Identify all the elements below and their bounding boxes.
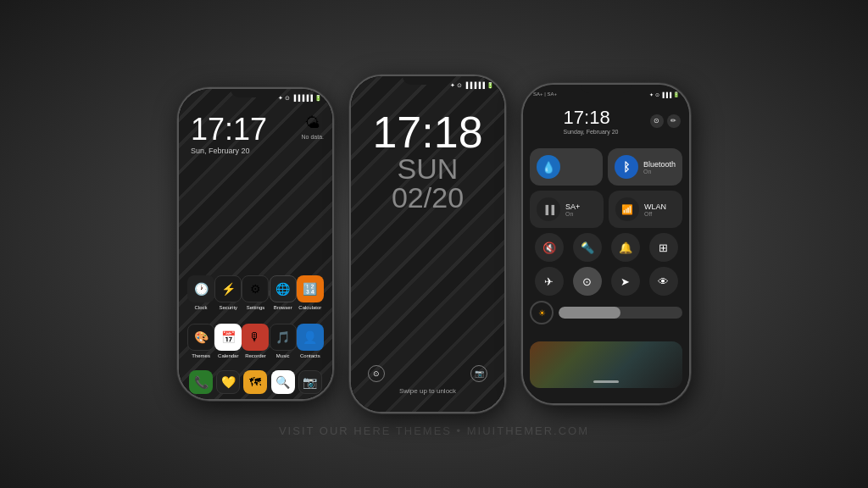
notch-2 <box>403 76 453 85</box>
wlan-text: WLAN Off <box>644 202 666 217</box>
lock-bottom-area: ⊙ 📷 Swipe up to unlock <box>351 365 504 395</box>
app-label-settings: Settings <box>247 305 265 310</box>
dock-wallet[interactable]: 💛 <box>216 370 240 394</box>
brightness-icon: ☀ <box>530 301 554 324</box>
sa-text: SA+ On <box>565 202 580 217</box>
tile-water[interactable]: 💧 <box>530 148 603 186</box>
app-icon-calendar: 📅 <box>214 324 242 351</box>
control-edit-icon[interactable]: ✏ <box>667 114 681 128</box>
app-icon-clock: 🕐 <box>187 275 214 302</box>
tiles-row-1: 💧 ᛒ Bluetooth On <box>530 148 682 186</box>
bluetooth-text: Bluetooth On <box>643 160 676 175</box>
app-label-contacts: Contacts <box>300 353 320 358</box>
app-browser[interactable]: 🌐 Browser <box>270 275 297 310</box>
control-tiles: 💧 ᛒ Bluetooth On ▐▐ SA+ On <box>530 148 682 324</box>
dock-icon-camera: 📷 <box>298 370 322 394</box>
tile-bluetooth[interactable]: ᛒ Bluetooth On <box>608 148 682 186</box>
app-icon-browser: 🌐 <box>270 275 297 302</box>
app-label-music: Music <box>276 353 290 358</box>
bluetooth-title: Bluetooth <box>643 160 676 169</box>
toggle-location[interactable]: ➤ <box>611 267 640 296</box>
dock-phone[interactable]: 📞 <box>189 370 213 394</box>
home-time-widget: 17:17 Sun, February 20 <box>191 114 267 155</box>
dock-maps[interactable]: 🗺 <box>243 370 267 394</box>
app-settings[interactable]: ⚙ Settings <box>242 275 269 310</box>
lock-icon-right[interactable]: 📷 <box>470 365 487 382</box>
control-settings-icon[interactable]: ⊙ <box>650 114 664 128</box>
music-handle <box>593 380 619 383</box>
app-recorder[interactable]: 🎙 Recorder <box>242 324 269 358</box>
app-icon-themes: 🎨 <box>187 324 214 351</box>
app-icon-contacts: 👤 <box>297 324 324 351</box>
toggle-airplane[interactable]: ✈ <box>535 267 564 296</box>
control-header: 17:18 Sunday, February 20 ⊙ ✏ <box>523 103 689 138</box>
phone-2: ✦ ⊙ ▐▐▐▐▐ 🔋 17:18 SUN 02/20 ⊙ 📷 Swipe up… <box>349 75 506 413</box>
wlan-title: WLAN <box>644 202 666 211</box>
app-icon-calculator: 🔢 <box>297 275 324 302</box>
app-music[interactable]: 🎵 Music <box>270 324 297 358</box>
toggle-bell[interactable]: 🔔 <box>611 233 640 262</box>
lock-day-display: SUN <box>351 154 504 183</box>
notch-1 <box>231 89 281 97</box>
app-clock[interactable]: 🕐 Clock <box>187 275 214 310</box>
toggle-screen[interactable]: ⊞ <box>649 233 678 262</box>
sa-icon: ▐▐ <box>537 197 560 221</box>
lock-bottom-icons: ⊙ 📷 <box>351 365 504 382</box>
app-label-calculator: Calculator <box>298 305 321 310</box>
dock-icon-wallet: 💛 <box>216 370 240 394</box>
tile-sa[interactable]: ▐▐ SA+ On <box>530 191 604 228</box>
control-header-right: ⊙ ✏ <box>650 114 681 128</box>
swipe-label: Swipe up to unlock <box>399 387 456 395</box>
bluetooth-icon: ᛒ <box>615 155 638 179</box>
wlan-icon: 📶 <box>615 197 639 221</box>
app-security[interactable]: ⚡ Security <box>214 275 242 310</box>
dock-assistant[interactable]: 🔍 <box>271 370 295 394</box>
tile-wlan[interactable]: 📶 WLAN Off <box>609 191 682 228</box>
weather-icon: 🌤 <box>302 114 324 132</box>
weather-widget: 🌤 No data. <box>302 114 324 140</box>
lock-time-widget: 17:18 SUN 02/20 <box>351 110 504 212</box>
toggle-torch[interactable]: 🔦 <box>573 233 602 262</box>
sa-title: SA+ <box>565 202 580 211</box>
app-label-calendar: Calendar <box>218 353 238 358</box>
watermark: VISIT OUR HERE THEMES • MIUITHEMER.COM <box>279 424 589 437</box>
home-date-display: Sun, February 20 <box>191 147 267 155</box>
brightness-fill <box>559 307 620 319</box>
notch-3 <box>581 85 632 93</box>
phone-3: SA+ | SA+ ✦ ⊙ ▐▐▐ 🔋 17:18 Sunday, Februa… <box>521 83 691 405</box>
wlan-status: Off <box>644 211 666 217</box>
status-icons-2: ✦ ⊙ ▐▐▐▐▐ 🔋 <box>450 82 494 89</box>
phone-1: ✦ ⊙ ▐▐▐▐▐ 🔋 17:17 Sun, February 20 🌤 No … <box>177 87 334 401</box>
app-calendar[interactable]: 📅 Calendar <box>214 324 242 358</box>
app-icon-recorder: 🎙 <box>242 324 269 351</box>
app-label-recorder: Recorder <box>245 353 266 358</box>
brightness-bar[interactable] <box>559 307 682 319</box>
app-themes[interactable]: 🎨 Themes <box>187 324 214 358</box>
lock-time-display: 17:18 <box>351 110 504 154</box>
lock-icon-left[interactable]: ⊙ <box>368 365 385 382</box>
app-row-2: 🎨 Themes 📅 Calendar 🎙 Recorder 🎵 Music 👤 <box>187 324 324 358</box>
dock-icon-assistant: 🔍 <box>271 370 295 394</box>
brightness-control: ☀ <box>530 301 682 324</box>
toggle-eye[interactable]: 👁 <box>649 267 678 296</box>
app-calculator[interactable]: 🔢 Calculator <box>297 275 324 310</box>
tiles-row-2: ▐▐ SA+ On 📶 WLAN Off <box>530 191 682 228</box>
lock-date-display: 02/20 <box>351 183 504 212</box>
home-time-display: 17:17 <box>191 114 267 145</box>
app-contacts[interactable]: 👤 Contacts <box>297 324 324 358</box>
app-icon-security: ⚡ <box>214 275 242 302</box>
toggle-row-2: ✈ ⊙ ➤ 👁 <box>530 267 682 296</box>
dock-icon-maps: 🗺 <box>243 370 267 394</box>
bluetooth-status: On <box>643 169 676 175</box>
app-label-themes: Themes <box>192 353 210 358</box>
status-icons-3: ✦ ⊙ ▐▐▐ 🔋 <box>649 92 679 97</box>
toggle-vibrate[interactable]: 🔇 <box>535 233 564 262</box>
toggle-autorotate[interactable]: ⊙ <box>573 267 602 296</box>
dock-camera[interactable]: 📷 <box>298 370 322 394</box>
weather-label: No data. <box>302 134 324 140</box>
app-dock: 📞 💛 🗺 🔍 📷 <box>179 370 332 394</box>
app-label-security: Security <box>219 305 237 310</box>
music-player[interactable] <box>530 341 682 388</box>
toggle-row-1: 🔇 🔦 🔔 ⊞ <box>530 233 682 262</box>
app-label-clock: Clock <box>195 305 208 310</box>
